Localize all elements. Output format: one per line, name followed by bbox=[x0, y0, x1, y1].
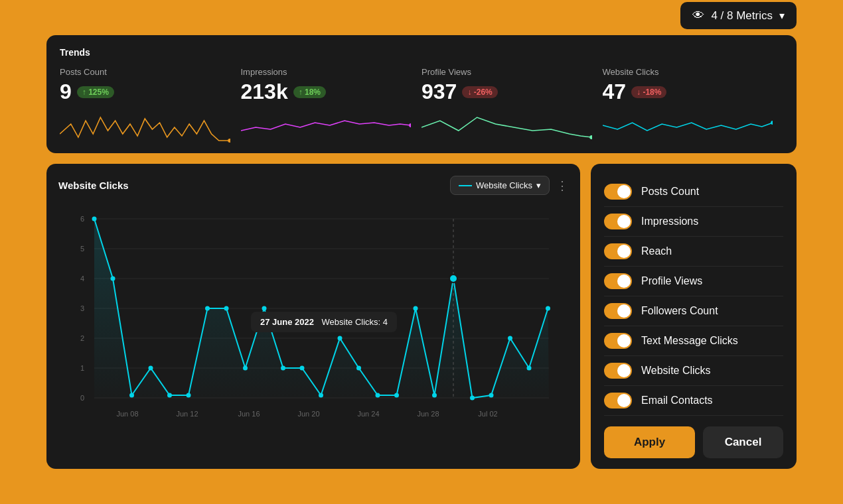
metric-posts-badge: ↑ 125% bbox=[77, 86, 114, 98]
sparkline-impressions bbox=[241, 111, 412, 144]
svg-point-49 bbox=[546, 306, 550, 311]
metric-website-label: Website Clicks bbox=[603, 67, 773, 77]
bottom-row: Website Clicks Website Clicks ▾ ⋮ bbox=[46, 164, 797, 469]
toggle-reach: Reach bbox=[604, 237, 783, 267]
metric-impressions-value: 213k bbox=[241, 80, 288, 104]
chart-dropdown[interactable]: Website Clicks ▾ bbox=[450, 176, 550, 195]
chart-controls: Website Clicks ▾ ⋮ bbox=[450, 176, 568, 195]
metric-profile-views: Profile Views 937 ↓ -26% bbox=[422, 67, 603, 144]
metric-website-value-row: 47 ↓ -18% bbox=[603, 80, 773, 104]
metric-profile-label: Profile Views bbox=[422, 67, 592, 77]
toggle-followers-count-switch[interactable] bbox=[604, 303, 632, 319]
trends-card: Trends Posts Count 9 ↑ 125% Impressions bbox=[46, 35, 797, 153]
metrics-row: Posts Count 9 ↑ 125% Impressions 213k bbox=[60, 67, 783, 144]
metric-impressions-value-row: 213k ↑ 18% bbox=[241, 80, 412, 104]
toggle-posts-count-label: Posts Count bbox=[641, 186, 699, 198]
metric-website-value: 47 bbox=[603, 80, 627, 104]
chart-card: Website Clicks Website Clicks ▾ ⋮ bbox=[46, 164, 580, 469]
sparkline-website bbox=[603, 111, 773, 144]
svg-point-1 bbox=[409, 123, 411, 127]
svg-text:Jul 02: Jul 02 bbox=[478, 410, 497, 418]
toggle-reach-switch[interactable] bbox=[604, 243, 632, 259]
svg-text:2: 2 bbox=[80, 334, 84, 342]
svg-point-47 bbox=[508, 336, 512, 341]
metric-posts-label: Posts Count bbox=[60, 67, 230, 77]
svg-text:6: 6 bbox=[80, 215, 84, 223]
metrics-count-label: 4 / 8 Metrics bbox=[711, 9, 773, 23]
metric-posts-value: 9 bbox=[60, 80, 72, 104]
chart-area: 6 5 4 3 2 1 0 Jun 08 Jun 12 Jun 16 Jun 2… bbox=[58, 206, 568, 431]
metric-website-badge: ↓ -18% bbox=[631, 86, 666, 98]
metric-profile-value-row: 937 ↓ -26% bbox=[422, 80, 592, 104]
metric-website-clicks: Website Clicks 47 ↓ -18% bbox=[603, 67, 784, 144]
svg-text:5: 5 bbox=[80, 245, 84, 253]
metric-profile-value: 937 bbox=[422, 80, 457, 104]
svg-point-46 bbox=[489, 393, 494, 398]
cancel-button[interactable]: Cancel bbox=[703, 426, 783, 458]
panel-buttons: Apply Cancel bbox=[604, 426, 783, 458]
svg-point-31 bbox=[205, 306, 210, 311]
metric-posts-count: Posts Count 9 ↑ 125% bbox=[60, 67, 241, 144]
sparkline-posts bbox=[60, 111, 230, 144]
svg-point-38 bbox=[338, 336, 343, 341]
svg-point-32 bbox=[224, 306, 229, 311]
more-options-icon[interactable]: ⋮ bbox=[556, 178, 568, 193]
toggle-profile-views-switch[interactable] bbox=[604, 273, 632, 289]
svg-point-43 bbox=[432, 393, 437, 398]
chevron-down-icon: ▾ bbox=[779, 9, 785, 22]
metric-posts-value-row: 9 ↑ 125% bbox=[60, 80, 230, 104]
chart-svg: 6 5 4 3 2 1 0 Jun 08 Jun 12 Jun 16 Jun 2… bbox=[58, 206, 568, 431]
svg-text:3: 3 bbox=[80, 304, 84, 312]
toggle-profile-views-label: Profile Views bbox=[641, 275, 702, 287]
chart-dropdown-label: Website Clicks bbox=[476, 180, 532, 190]
apply-button[interactable]: Apply bbox=[604, 426, 695, 458]
trends-title: Trends bbox=[60, 47, 783, 58]
toggle-text-message-clicks-switch[interactable] bbox=[604, 333, 632, 349]
svg-text:Jun 28: Jun 28 bbox=[417, 410, 439, 418]
svg-point-0 bbox=[228, 139, 230, 143]
svg-point-29 bbox=[167, 393, 172, 398]
toggle-impressions-switch[interactable] bbox=[604, 214, 632, 229]
toggle-profile-views: Profile Views bbox=[604, 267, 783, 296]
toggle-website-clicks: Website Clicks bbox=[604, 356, 783, 386]
svg-text:Jun 08: Jun 08 bbox=[116, 410, 138, 418]
svg-text:Jun 24: Jun 24 bbox=[357, 410, 379, 418]
svg-point-51 bbox=[449, 275, 457, 283]
line-color-indicator bbox=[459, 185, 472, 186]
sparkline-profile bbox=[422, 111, 592, 144]
svg-point-40 bbox=[376, 393, 380, 398]
metric-impressions-label: Impressions bbox=[241, 67, 412, 77]
toggle-text-message-clicks-label: Text Message Clicks bbox=[641, 335, 738, 347]
toggle-posts-count: Posts Count bbox=[604, 177, 783, 207]
svg-text:4: 4 bbox=[80, 275, 84, 283]
svg-text:Jun 20: Jun 20 bbox=[297, 410, 319, 418]
toggle-text-message-clicks: Text Message Clicks bbox=[604, 326, 783, 356]
toggle-reach-label: Reach bbox=[641, 245, 672, 257]
metric-impressions: Impressions 213k ↑ 18% bbox=[241, 67, 422, 144]
toggle-posts-count-switch[interactable] bbox=[604, 184, 632, 200]
svg-point-42 bbox=[414, 306, 418, 311]
toggle-impressions: Impressions bbox=[604, 207, 783, 237]
toggle-impressions-label: Impressions bbox=[641, 216, 698, 227]
svg-point-37 bbox=[319, 393, 323, 398]
toggle-email-contacts-switch[interactable] bbox=[604, 393, 632, 409]
svg-point-35 bbox=[281, 366, 285, 371]
toggle-website-clicks-switch[interactable] bbox=[604, 363, 632, 379]
svg-point-25 bbox=[92, 217, 97, 221]
svg-point-33 bbox=[243, 366, 248, 371]
metrics-toggle-button[interactable]: 👁 4 / 8 Metrics ▾ bbox=[680, 2, 797, 29]
eye-icon: 👁 bbox=[692, 9, 704, 23]
svg-text:1: 1 bbox=[80, 364, 84, 372]
chevron-down-icon: ▾ bbox=[536, 180, 541, 190]
toggle-followers-count: Followers Count bbox=[604, 296, 783, 326]
svg-point-28 bbox=[149, 366, 153, 371]
svg-point-26 bbox=[111, 277, 115, 281]
toggle-email-contacts-label: Email Contacts bbox=[641, 395, 713, 407]
svg-point-3 bbox=[771, 121, 773, 125]
svg-point-41 bbox=[394, 393, 399, 398]
metric-profile-badge: ↓ -26% bbox=[462, 86, 497, 98]
chart-header: Website Clicks Website Clicks ▾ ⋮ bbox=[58, 176, 568, 195]
svg-point-48 bbox=[527, 366, 532, 371]
svg-text:Jun 16: Jun 16 bbox=[238, 410, 260, 418]
svg-point-36 bbox=[300, 366, 305, 371]
